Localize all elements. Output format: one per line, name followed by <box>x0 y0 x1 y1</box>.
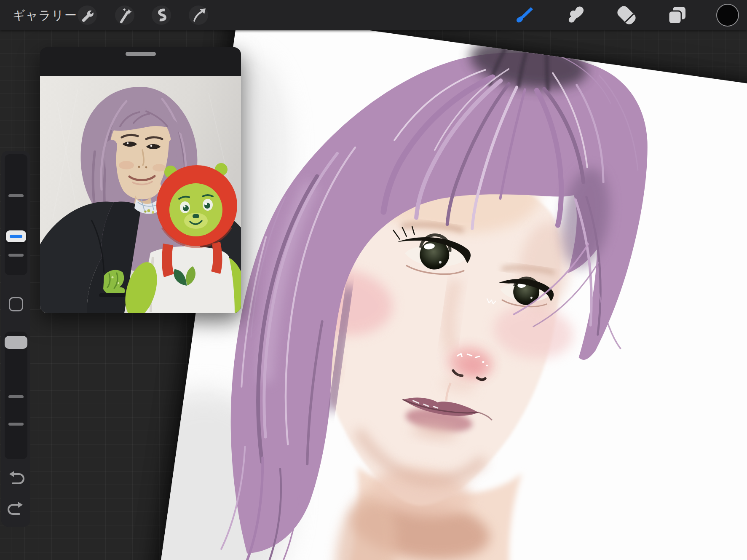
layers-icon <box>667 5 687 25</box>
reference-image-window[interactable] <box>40 47 241 313</box>
transform-button[interactable] <box>189 5 208 25</box>
reference-window-titlebar[interactable] <box>40 47 241 76</box>
layers-button[interactable] <box>667 5 687 25</box>
undo-arrow-icon <box>7 469 25 487</box>
paintbrush-icon <box>515 5 535 25</box>
wrench-icon <box>78 5 97 25</box>
size-slider-tick <box>8 194 24 197</box>
smudge-tool-button[interactable] <box>566 5 586 25</box>
undo-button[interactable] <box>7 469 25 487</box>
brush-opacity-handle[interactable] <box>5 336 27 349</box>
redo-button[interactable] <box>7 500 25 518</box>
brush-opacity-slider[interactable] <box>5 332 27 459</box>
eraser-icon <box>616 5 637 25</box>
reference-photo <box>40 76 241 313</box>
brush-size-slider[interactable] <box>5 154 27 275</box>
gallery-button[interactable]: ギャラリー <box>13 0 77 30</box>
brush-size-accent-dash <box>10 235 22 238</box>
redo-arrow-icon <box>7 500 25 518</box>
color-swatch-button[interactable] <box>716 4 739 27</box>
procreate-app-window: ギャラリー <box>0 0 747 560</box>
modify-button[interactable] <box>9 297 23 311</box>
actions-button[interactable] <box>78 5 97 25</box>
brush-size-handle[interactable] <box>6 230 26 242</box>
transform-arrow-icon <box>189 5 208 25</box>
smudge-finger-icon <box>566 5 586 25</box>
reference-drag-handle[interactable] <box>126 52 156 56</box>
selection-button[interactable] <box>152 5 171 25</box>
magic-wand-icon <box>115 5 134 25</box>
adjustments-button[interactable] <box>115 5 134 25</box>
top-toolbar: ギャラリー <box>0 0 747 30</box>
size-slider-tick <box>8 254 24 257</box>
opacity-slider-tick <box>8 423 24 426</box>
erase-tool-button[interactable] <box>616 5 637 25</box>
paint-tool-button[interactable] <box>515 5 535 25</box>
selection-s-icon <box>152 5 171 25</box>
sidebar-slider-panel <box>1 151 30 527</box>
opacity-slider-tick <box>8 395 24 398</box>
